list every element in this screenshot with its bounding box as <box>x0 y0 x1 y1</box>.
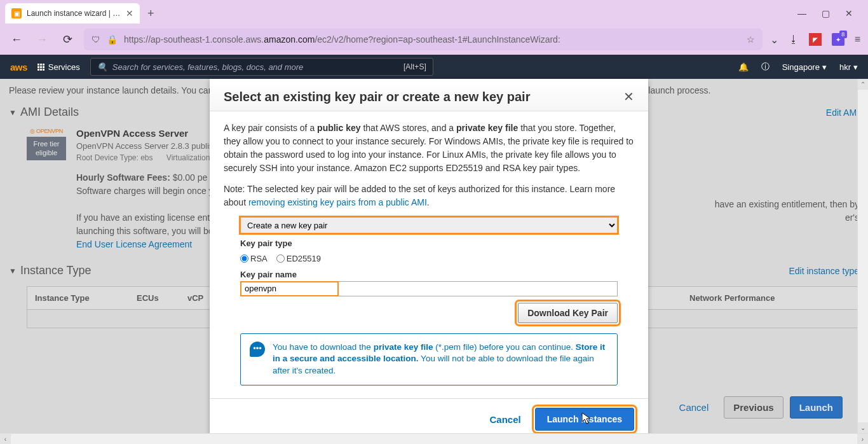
pocket-icon[interactable]: ⌄ <box>770 34 778 46</box>
download-key-pair-button[interactable]: Download Key Pair <box>518 303 618 323</box>
region-selector[interactable]: Singapore ▾ <box>782 62 827 72</box>
aws-top-nav: aws Services 🔍 Search for services, feat… <box>0 55 868 79</box>
outer-vertical-scrollbar[interactable]: ⌃ ⌄ <box>857 79 868 433</box>
notifications-icon[interactable]: 🔔 <box>738 62 749 72</box>
reload-button[interactable]: ⟳ <box>58 32 76 46</box>
search-placeholder: Search for services, features, blogs, do… <box>112 62 304 72</box>
free-tier-badge: Free tier eligible <box>27 137 66 160</box>
key-pair-type-label: Key pair type <box>240 237 618 250</box>
wizard-footer: Cancel Previous Launch <box>670 396 843 419</box>
tab-close-icon[interactable]: ✕ <box>126 8 133 18</box>
key-pair-name-input[interactable] <box>240 281 618 296</box>
close-window-button[interactable]: ✕ <box>845 8 853 18</box>
new-tab-button[interactable]: + <box>142 4 159 23</box>
account-menu[interactable]: hkr ▾ <box>839 62 858 72</box>
toolbar-icons: ⌄ ⭳ ◤ ✦ ≡ <box>770 33 860 46</box>
key-pair-dialog: Select an existing key pair or create a … <box>210 79 648 442</box>
tab-strip: ▣ Launch instance wizard | EC2 M ✕ + — ▢… <box>0 0 868 24</box>
cancel-button[interactable]: Cancel <box>670 397 718 418</box>
aws-favicon-icon: ▣ <box>11 8 22 18</box>
tab-title: Launch instance wizard | EC2 M <box>27 9 121 18</box>
search-icon: 🔍 <box>97 62 107 72</box>
remove-keys-link[interactable]: removing existing key pairs from a publi… <box>248 197 427 207</box>
key-pair-action-select[interactable]: Create a new key pair <box>240 217 618 233</box>
maximize-button[interactable]: ▢ <box>822 8 830 18</box>
page-content-area: Please review your instance launch detai… <box>0 79 868 444</box>
dialog-cancel-button[interactable]: Cancel <box>482 409 529 430</box>
url-text: https://ap-southeast-1.console.aws.amazo… <box>124 34 740 45</box>
ed25519-radio[interactable]: ED25519 <box>276 253 321 265</box>
openvpn-logo-icon: OPENVPN <box>30 128 63 134</box>
info-callout: ••• You have to download the private key… <box>240 333 618 386</box>
lock-icon[interactable]: 🔒 <box>107 34 118 45</box>
shield-icon[interactable]: 🛡 <box>92 34 100 45</box>
extension-2-icon[interactable]: ✦ <box>832 33 844 46</box>
fees-label: Hourly Software Fees: <box>76 172 170 183</box>
key-pair-name-label: Key pair name <box>240 268 618 281</box>
rsa-radio[interactable]: RSA <box>240 253 268 265</box>
scroll-right-icon[interactable]: › <box>857 434 868 444</box>
chevron-down-icon: ▼ <box>9 267 17 275</box>
downloads-icon[interactable]: ⭳ <box>789 34 799 45</box>
chevron-down-icon: ▾ <box>853 62 858 72</box>
dialog-description: A key pair consists of a public key that… <box>224 121 634 175</box>
browser-chrome: ▣ Launch instance wizard | EC2 M ✕ + — ▢… <box>0 0 868 55</box>
info-icon: ••• <box>250 342 265 357</box>
launch-instances-button[interactable]: Launch Instances <box>535 408 634 431</box>
outer-horizontal-scrollbar[interactable]: ‹ › <box>0 433 868 444</box>
back-button[interactable]: ← <box>8 33 25 46</box>
menu-icon[interactable]: ≡ <box>855 34 860 45</box>
grid-icon <box>37 64 44 71</box>
launch-button[interactable]: Launch <box>790 396 843 419</box>
dialog-note: Note: The selected key pair will be adde… <box>224 183 634 209</box>
chevron-down-icon: ▼ <box>9 108 17 117</box>
aws-logo[interactable]: aws <box>10 62 27 73</box>
forward-button[interactable]: → <box>33 33 51 46</box>
minimize-button[interactable]: — <box>797 8 806 18</box>
dialog-close-button[interactable]: ✕ <box>623 89 634 104</box>
scroll-left-icon[interactable]: ‹ <box>0 434 11 444</box>
extension-1-icon[interactable]: ◤ <box>809 33 822 46</box>
previous-button[interactable]: Previous <box>724 396 783 419</box>
search-shortcut: [Alt+S] <box>403 62 426 71</box>
browser-tab[interactable]: ▣ Launch instance wizard | EC2 M ✕ <box>5 3 140 24</box>
scroll-up-icon[interactable]: ⌃ <box>858 79 868 90</box>
bookmark-star-icon[interactable]: ☆ <box>747 34 755 45</box>
edit-instance-type-link[interactable]: Edit instance type <box>789 266 859 276</box>
toolbar-row: ← → ⟳ 🛡 🔒 https://ap-southeast-1.console… <box>0 24 868 55</box>
help-icon[interactable]: ⓘ <box>761 61 770 73</box>
dialog-title: Select an existing key pair or create a … <box>224 90 530 104</box>
services-menu[interactable]: Services <box>37 62 80 72</box>
scroll-down-icon[interactable]: ⌄ <box>858 422 868 433</box>
eula-link[interactable]: End User License Agreement <box>76 239 192 249</box>
edit-ami-link[interactable]: Edit AMI <box>826 108 859 118</box>
window-controls: — ▢ ✕ <box>797 8 863 18</box>
address-bar[interactable]: 🛡 🔒 https://ap-southeast-1.console.aws.a… <box>84 29 763 50</box>
chevron-down-icon: ▾ <box>822 62 827 72</box>
aws-search-input[interactable]: 🔍 Search for services, features, blogs, … <box>90 58 433 76</box>
